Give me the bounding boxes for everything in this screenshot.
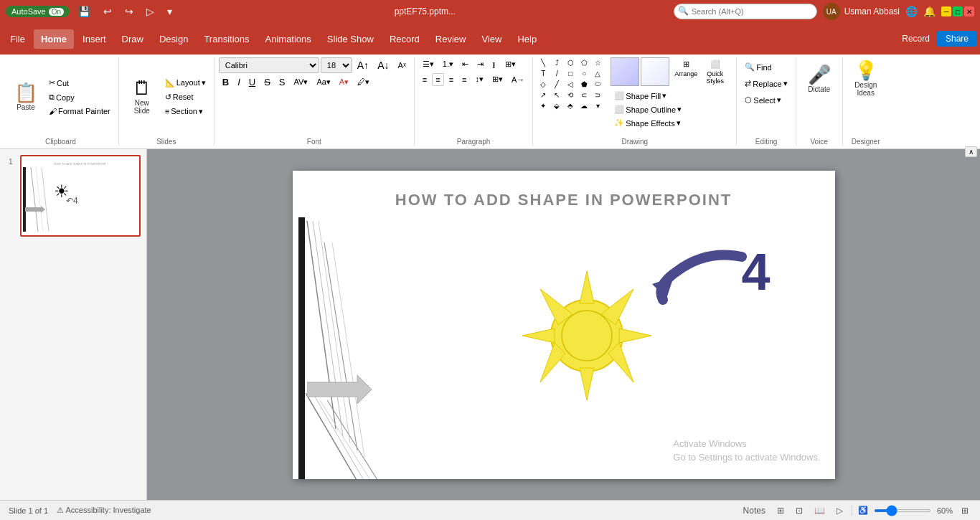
- format-painter-button[interactable]: 🖌 Format Painter: [45, 105, 114, 118]
- shape-icon-13[interactable]: ◁: [565, 79, 576, 89]
- menu-help[interactable]: Help: [510, 29, 544, 49]
- maximize-button[interactable]: □: [953, 6, 963, 16]
- normal-view-button[interactable]: ⊞: [774, 504, 787, 517]
- minimize-button[interactable]: ─: [941, 6, 951, 16]
- align-left-button[interactable]: ≡: [419, 73, 430, 86]
- design-ideas-button[interactable]: 💡 DesignIdeas: [847, 57, 885, 100]
- shape-icon-15[interactable]: ⬭: [592, 79, 603, 89]
- select-button[interactable]: ⬡ Select ▾: [741, 93, 791, 107]
- strikethrough-button[interactable]: S: [260, 75, 274, 90]
- record-button[interactable]: Record: [886, 31, 936, 47]
- reset-button[interactable]: ↺ Reset: [161, 90, 209, 104]
- menu-slideshow[interactable]: Slide Show: [320, 29, 381, 49]
- menu-home[interactable]: Home: [34, 29, 74, 49]
- increase-font-button[interactable]: A↑: [354, 57, 372, 73]
- quick-styles-button[interactable]: ⬜ QuickStyles: [702, 57, 727, 86]
- find-button[interactable]: 🔍 Find: [741, 60, 791, 74]
- shape-icon-6[interactable]: T: [537, 68, 549, 78]
- menu-record[interactable]: Record: [382, 29, 427, 49]
- shape-icon-11[interactable]: ◇: [537, 79, 549, 89]
- font-name-select[interactable]: Calibri: [219, 57, 319, 73]
- bullets-button[interactable]: ☰▾: [419, 57, 438, 71]
- new-slide-button[interactable]: 🗒 NewSlide: [123, 75, 161, 118]
- shape-icon-4[interactable]: ⬠: [578, 57, 590, 67]
- menu-view[interactable]: View: [474, 29, 509, 49]
- convert-text-button[interactable]: A→: [508, 73, 528, 86]
- shape-icon-17[interactable]: ↖: [551, 90, 562, 100]
- shape-icon-7[interactable]: /: [551, 68, 562, 78]
- reading-view-button[interactable]: 📖: [811, 504, 828, 517]
- slide-thumbnail-1[interactable]: HOW TO ADD SHAPE IN POWERPOINT ☀ ↶4: [20, 155, 141, 237]
- save-button[interactable]: 💾: [74, 4, 95, 19]
- section-button[interactable]: ≡ Section ▾: [161, 105, 209, 118]
- notes-button[interactable]: Notes: [740, 504, 768, 517]
- shape-icon-22[interactable]: ⬙: [551, 100, 562, 110]
- shape-icon-24[interactable]: ☁: [578, 100, 590, 110]
- smart-art-button[interactable]: ⊞▾: [489, 72, 507, 86]
- shape-icon-12[interactable]: ╱: [551, 79, 562, 89]
- menu-animations[interactable]: Animations: [258, 29, 319, 49]
- numbering-button[interactable]: 1.▾: [439, 57, 457, 71]
- bold-button[interactable]: B: [219, 75, 232, 90]
- arrange-button[interactable]: ⊞ Arrange: [671, 57, 701, 86]
- justify-button[interactable]: ≡: [458, 73, 470, 86]
- highlight-button[interactable]: 🖊▾: [354, 75, 373, 89]
- font-color-button[interactable]: A▾: [336, 75, 352, 89]
- cut-button[interactable]: ✂ Cut: [45, 76, 114, 90]
- menu-review[interactable]: Review: [428, 29, 473, 49]
- clear-format-button[interactable]: Aᵡ: [394, 59, 409, 72]
- copy-button[interactable]: ⧉ Copy: [45, 90, 114, 104]
- shape-icon-18[interactable]: ⟲: [565, 90, 576, 100]
- paste-button[interactable]: 📋 Paste: [7, 75, 44, 118]
- shape-icon-2[interactable]: ⤴: [551, 57, 562, 67]
- shape-icon-5[interactable]: ☆: [592, 57, 603, 67]
- slideshow-button[interactable]: ▷: [834, 504, 846, 517]
- slide-canvas[interactable]: HOW TO ADD SHAPE IN POWERPOINT: [293, 171, 835, 479]
- shape-icon-19[interactable]: ⊂: [578, 90, 590, 100]
- shape-effects-button[interactable]: ✨ Shape Effects ▾: [611, 116, 684, 130]
- undo-button[interactable]: ↩: [99, 4, 116, 19]
- align-center-button[interactable]: ≡: [432, 73, 443, 86]
- close-button[interactable]: ✕: [964, 6, 974, 16]
- customize-button[interactable]: ▾: [163, 4, 176, 19]
- redo-button[interactable]: ↪: [121, 4, 138, 19]
- shape-icon-1[interactable]: ╲: [537, 57, 549, 67]
- shape-icon-20[interactable]: ⊃: [592, 90, 603, 100]
- shape-icon-16[interactable]: ↗: [537, 90, 549, 100]
- shadow-button[interactable]: S: [275, 75, 289, 90]
- shape-style-2[interactable]: [641, 57, 669, 86]
- italic-button[interactable]: I: [234, 75, 244, 90]
- zoom-slider[interactable]: [874, 509, 931, 512]
- underline-button[interactable]: U: [245, 75, 259, 90]
- font-size-select[interactable]: 18: [321, 57, 352, 73]
- columns-button[interactable]: ⫿: [489, 58, 500, 71]
- shape-icon-21[interactable]: ✦: [537, 100, 549, 110]
- accessibility-button[interactable]: ⚠ Accessibility: Investigate: [57, 506, 151, 515]
- change-case-button[interactable]: Aa▾: [313, 75, 334, 89]
- shape-icon-10[interactable]: △: [592, 68, 603, 78]
- shape-icon-9[interactable]: ○: [578, 68, 590, 78]
- menu-file[interactable]: File: [3, 29, 32, 49]
- layout-button[interactable]: 📐 Layout ▾: [161, 76, 209, 90]
- menu-draw[interactable]: Draw: [115, 29, 151, 49]
- slide-sorter-button[interactable]: ⊡: [793, 504, 806, 517]
- decrease-indent-button[interactable]: ⇤: [458, 57, 472, 71]
- decrease-font-button[interactable]: A↓: [374, 57, 392, 73]
- shape-icon-8[interactable]: □: [565, 68, 576, 78]
- menu-insert[interactable]: Insert: [75, 29, 113, 49]
- share-button[interactable]: Share: [937, 31, 977, 47]
- shape-fill-button[interactable]: ⬜ Shape Fill ▾: [611, 89, 670, 103]
- text-direction-button[interactable]: ⊞▾: [501, 57, 519, 71]
- shape-icon-14[interactable]: ⬟: [578, 79, 590, 89]
- menu-transitions[interactable]: Transitions: [197, 29, 256, 49]
- menu-design[interactable]: Design: [152, 29, 195, 49]
- align-right-button[interactable]: ≡: [446, 73, 457, 86]
- present-button[interactable]: ▷: [142, 4, 159, 19]
- increase-indent-button[interactable]: ⇥: [473, 57, 487, 71]
- fit-button[interactable]: ⊞: [958, 504, 971, 517]
- search-input[interactable]: [674, 4, 817, 19]
- collapse-ribbon-button[interactable]: ∧: [965, 146, 977, 157]
- shape-icon-25[interactable]: ▾: [592, 100, 603, 110]
- shape-outline-button[interactable]: ⬜ Shape Outline ▾: [611, 103, 685, 116]
- shape-icon-23[interactable]: ⬘: [565, 100, 576, 110]
